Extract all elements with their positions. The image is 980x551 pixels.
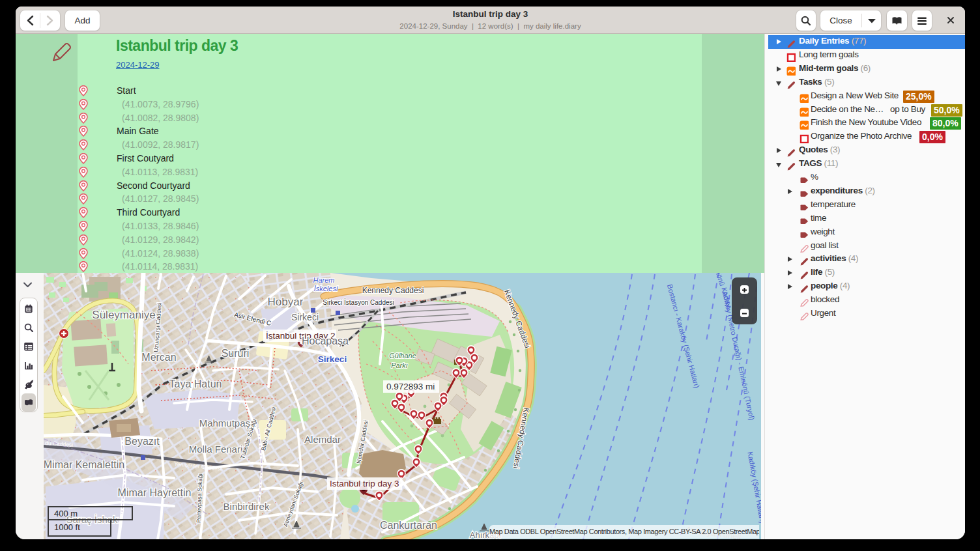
svg-text:Mahmutpaşa: Mahmutpaşa [199, 417, 256, 429]
svg-text:Hobyar: Hobyar [268, 296, 304, 308]
svg-text:Alemdar: Alemdar [304, 434, 341, 445]
svg-text:Taya Hatun: Taya Hatun [169, 378, 222, 389]
svg-text:Molla Fenari: Molla Fenari [189, 444, 243, 455]
svg-text:Mercan: Mercan [141, 352, 176, 363]
svg-text:Mimar Kemalettin: Mimar Kemalettin [44, 459, 124, 470]
svg-text:Cankurtaran: Cankurtaran [380, 520, 437, 531]
svg-text:Mimar Hayrettin: Mimar Hayrettin [118, 487, 192, 498]
svg-text:Istanbul trip day 3: Istanbul trip day 3 [330, 479, 399, 488]
svg-text:Hocapaşa: Hocapaşa [302, 335, 349, 346]
svg-text:0.972893 mi: 0.972893 mi [386, 382, 435, 391]
svg-text:Binbirdirek: Binbirdirek [223, 501, 270, 512]
svg-text:Harem: Harem [313, 276, 334, 284]
svg-text:Kennedy Caddesi: Kennedy Caddesi [362, 286, 424, 295]
svg-text:Sururi: Sururi [222, 348, 250, 359]
svg-text:İskelesi: İskelesi [314, 285, 338, 292]
svg-text:Beyazıt: Beyazıt [124, 436, 160, 447]
svg-text:Parkı: Parkı [391, 361, 408, 369]
svg-text:Sirkeci İstasyon Caddesi: Sirkeci İstasyon Caddesi [323, 298, 394, 306]
svg-text:Sirkeci: Sirkeci [318, 354, 347, 364]
svg-text:Gülhane: Gülhane [389, 352, 416, 360]
svg-text:Sirkeci: Sirkeci [291, 312, 319, 322]
svg-text:Süleymaniye: Süleymaniye [92, 309, 155, 321]
